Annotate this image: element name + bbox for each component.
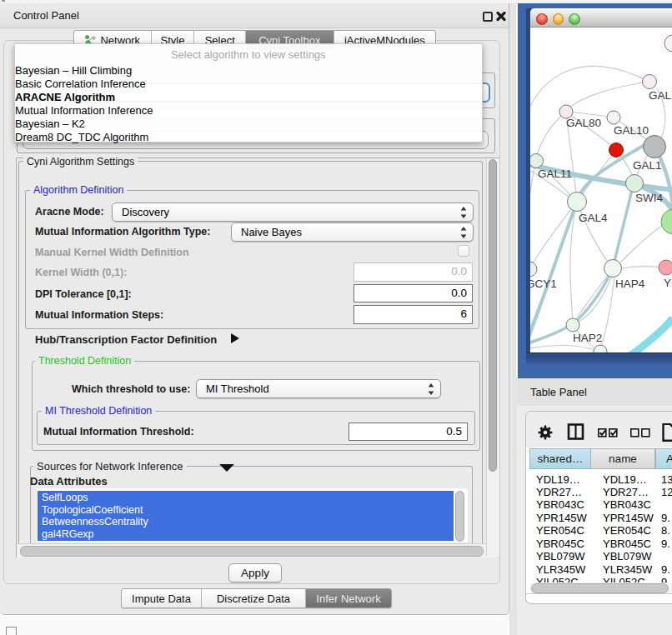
svg-text:GAL10: GAL10 [614, 124, 649, 137]
svg-text:GCY1: GCY1 [530, 278, 557, 290]
svg-text:HAP2: HAP2 [573, 332, 602, 344]
svg-text:GAL1: GAL1 [633, 159, 662, 172]
svg-text:GAL4: GAL4 [579, 212, 608, 224]
svg-text:HAP4: HAP4 [615, 278, 645, 290]
svg-text:SWI4: SWI4 [635, 192, 663, 204]
svg-text:GAL11: GAL11 [538, 168, 572, 180]
svg-text:GAL7: GAL7 [649, 89, 672, 102]
svg-text:GAL80: GAL80 [566, 117, 601, 129]
svg-text:YM: YM [664, 277, 672, 289]
